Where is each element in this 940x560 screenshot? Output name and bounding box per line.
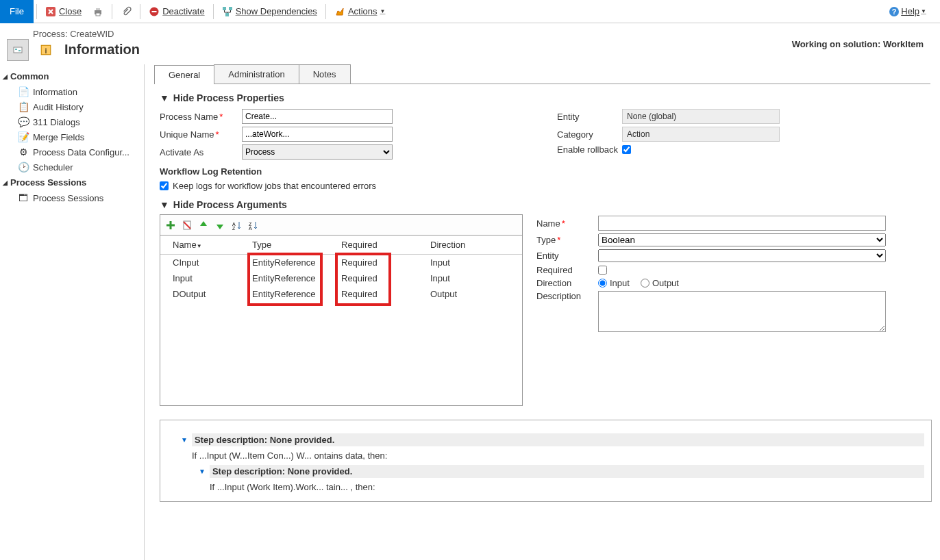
sidebar-item[interactable]: 🕑Scheduler [0,160,144,175]
label-process-name: Process Name* [160,112,242,122]
select-activate-as[interactable]: Process [242,144,393,160]
step-row[interactable]: ▼Step description: None provided. [167,463,924,480]
nav-icon: 📋 [18,101,29,112]
sidebar-group-common[interactable]: ◢Common [0,68,144,84]
argument-properties: Name* Type* Boolean Entity Required [536,214,932,406]
col-required[interactable]: Required [338,240,428,250]
checkbox-enable-rollback[interactable] [622,145,631,154]
file-menu[interactable]: File [0,0,34,23]
cell-type: EntityReference [249,289,338,299]
label-dir-output: Output [652,278,679,288]
grid-row[interactable]: Input EntityReference Required Input [160,270,522,286]
select-arg-entity[interactable] [598,249,886,262]
nav-icon: 📝 [18,131,29,142]
sidebar-item[interactable]: 📋Audit History [0,99,144,114]
svg-rect-7 [229,7,232,10]
close-label: Close [59,6,82,16]
sidebar-item-label: Audit History [33,102,84,112]
grid-sortasc-button[interactable]: AZ [230,219,243,231]
sidebar-item[interactable]: 🗔Process Sessions [0,190,144,205]
svg-rect-6 [223,7,226,10]
radio-dir-output[interactable] [641,279,650,288]
sidebar-item-label: Process Sessions [33,193,103,203]
cell-required: Required [338,257,428,268]
checkbox-keep-logs[interactable] [160,181,169,190]
actions-menu[interactable]: Actions ▼ [329,1,391,22]
textarea-arg-description[interactable] [598,291,886,332]
paperclip-icon [121,6,132,17]
svg-text:Z: Z [232,226,236,231]
grid-sortdesc-button[interactable]: ZA [247,219,259,231]
field-category-readonly: Action [622,127,780,142]
dropdown-icon: ▼ [921,8,926,14]
step-description: Step description: None provided. [212,466,352,476]
svg-text:A: A [249,226,252,231]
col-name[interactable]: Name▼ [160,240,249,250]
label-dir-input: Input [610,278,630,288]
label-enable-rollback: Enable rollback [557,144,622,155]
actions-label: Actions [348,6,378,16]
label-arg-required: Required [536,265,598,275]
deactivate-button[interactable]: Deactivate [143,1,210,22]
cell-required: Required [338,273,428,283]
grid-movedown-button[interactable] [214,219,226,231]
label-arg-entity: Entity [536,251,598,261]
checkbox-arg-required[interactable] [598,266,607,275]
deps-icon [222,6,233,17]
steps-container: ▼Step description: None provided. If ...… [160,420,932,502]
cell-required: Required [338,289,428,299]
svg-text:?: ? [892,8,897,16]
svg-rect-2 [96,8,100,10]
sidebar-item[interactable]: ⚙Process Data Configur... [0,144,144,160]
content-scroll[interactable]: ▼Hide Process Properties Process Name* U… [145,84,940,558]
tab-administration[interactable]: Administration [214,64,299,84]
show-deps-label: Show Dependencies [236,6,317,16]
radio-dir-input[interactable] [598,279,607,288]
input-process-name[interactable] [242,109,393,124]
cell-name: Input [160,273,249,283]
input-arg-name[interactable] [598,216,886,231]
svg-rect-11 [14,47,22,53]
help-link[interactable]: ? Help ▼ [883,1,932,22]
sidebar: ◢Common 📄Information📋Audit History💬311 D… [0,64,144,560]
sidebar-item-label: Scheduler [33,162,73,173]
svg-rect-13 [18,50,21,51]
sidebar-item[interactable]: 💬311 Dialogs [0,114,144,129]
attach-button[interactable] [115,1,137,22]
info-icon: i [40,44,52,56]
sidebar-group-sessions[interactable]: ◢Process Sessions [0,175,144,190]
section-process-args[interactable]: ▼Hide Process Arguments [160,192,932,214]
print-button[interactable] [87,1,109,22]
process-type-icon [7,39,29,61]
input-unique-name[interactable] [242,127,393,142]
sidebar-item[interactable]: 📝Merge Fields [0,129,144,144]
label-unique-name: Unique Name* [160,129,242,140]
sidebar-item[interactable]: 📄Information [0,84,144,99]
section-process-props[interactable]: ▼Hide Process Properties [160,86,932,107]
help-label: Help [901,6,919,16]
sidebar-item-label: Merge Fields [33,132,84,142]
step-row[interactable]: ▼Step description: None provided. [167,431,924,448]
col-direction[interactable]: Direction [428,240,510,250]
solution-label: Working on solution: WorkItem [792,39,924,49]
cell-type: EntityReference [249,273,338,283]
grid-add-button[interactable] [164,219,177,231]
help-icon: ? [889,6,900,17]
nav-icon: 💬 [18,116,29,127]
grid-row[interactable]: DOutput EntityReference Required Output [160,286,522,302]
cell-type: EntityReference [249,257,338,268]
close-button[interactable]: Close [40,1,87,22]
tab-general[interactable]: General [154,65,214,84]
tri-icon: ▼ [160,92,169,103]
grid-moveup-button[interactable] [197,219,210,231]
step-description: Step description: None provided. [195,435,334,445]
cell-direction: Input [428,257,510,268]
arguments-grid: AZ ZA Name▼ Type Required Direction CInp… [160,214,523,406]
col-type[interactable]: Type [249,240,338,250]
tab-notes[interactable]: Notes [299,64,351,84]
grid-delete-button[interactable] [181,219,193,231]
show-deps-button[interactable]: Show Dependencies [217,1,323,22]
grid-row[interactable]: CInput EntityReference Required Input [160,255,522,270]
cell-name: CInput [160,257,249,268]
select-arg-type[interactable]: Boolean [598,233,886,246]
